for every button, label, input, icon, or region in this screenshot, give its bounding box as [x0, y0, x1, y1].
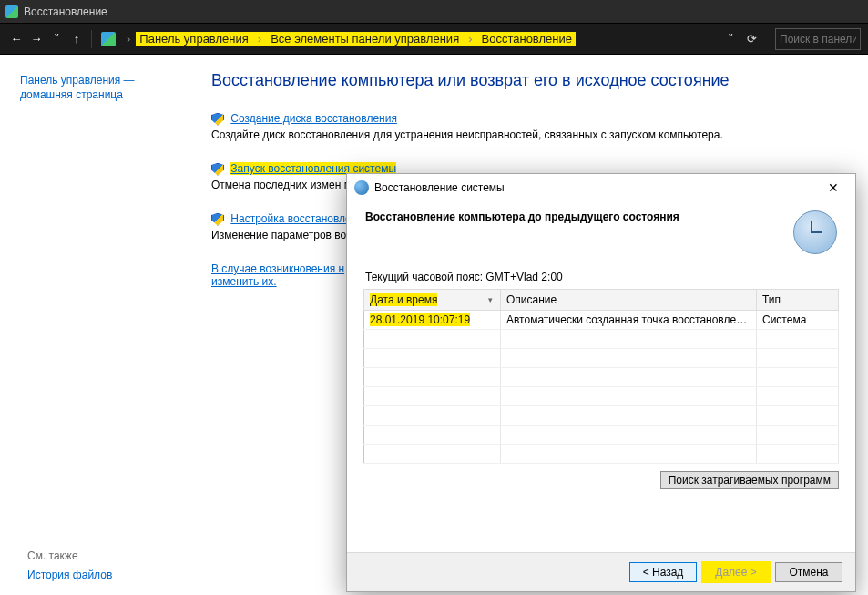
- chevron-right-icon[interactable]: ›: [252, 32, 267, 46]
- recent-locations-button[interactable]: ˅: [47, 30, 66, 48]
- breadcrumb[interactable]: Панель управления: [136, 32, 251, 46]
- restore-point-type: Система: [757, 311, 839, 330]
- dialog-title: Восстановление системы: [374, 181, 505, 194]
- col-type[interactable]: Тип: [757, 290, 839, 311]
- dialog-button-bar: < Назад Далее > Отмена: [347, 552, 855, 591]
- dialog-heading: Восстановление компьютера до предыдущего…: [365, 210, 679, 223]
- close-button[interactable]: ✕: [819, 178, 848, 198]
- option-desc: Создайте диск восстановления для устране…: [211, 128, 776, 142]
- search-input[interactable]: [775, 28, 861, 50]
- table-row: .: [364, 406, 839, 426]
- col-desc[interactable]: Описание: [501, 290, 757, 311]
- back-button[interactable]: ←: [7, 30, 26, 48]
- configure-system-restore-link[interactable]: Настройка восстановле: [230, 212, 351, 225]
- window-title: Восстановление: [24, 5, 107, 18]
- control-panel-icon: [5, 5, 18, 18]
- table-row: .: [364, 330, 839, 349]
- window-titlebar: Восстановление: [0, 0, 868, 23]
- shield-icon: [211, 213, 224, 226]
- scan-affected-programs-button[interactable]: Поиск затрагиваемых программ: [660, 471, 839, 489]
- sidebar: Панель управления — домашняя страница См…: [7, 55, 189, 595]
- timezone-label: Текущий часовой пояс: GMT+Vlad 2:00: [365, 271, 837, 283]
- table-row: .: [364, 445, 839, 464]
- restore-points-table[interactable]: Дата и время ▾ Описание Тип 28.01.2019 1…: [363, 289, 839, 464]
- chevron-right-icon[interactable]: ›: [463, 32, 477, 46]
- table-row[interactable]: 28.01.2019 10:07:19Автоматически созданн…: [364, 311, 839, 330]
- dropdown-icon[interactable]: ˅: [721, 30, 740, 48]
- back-button[interactable]: < Назад: [629, 562, 697, 582]
- breadcrumb[interactable]: Восстановление: [478, 32, 576, 46]
- restore-point-desc: Автоматически созданная точка восстановл…: [501, 311, 757, 330]
- dialog-titlebar[interactable]: Восстановление системы ✕: [347, 174, 855, 201]
- control-panel-home-link[interactable]: Панель управления — домашняя страница: [20, 73, 177, 102]
- sort-desc-icon: ▾: [488, 295, 493, 304]
- file-history-link[interactable]: История файлов: [27, 568, 112, 582]
- page-title: Восстановление компьютера или возврат ег…: [211, 71, 846, 90]
- table-row: .: [364, 368, 839, 387]
- cancel-button[interactable]: Отмена: [775, 562, 842, 582]
- system-restore-icon: [354, 180, 369, 195]
- create-recovery-drive-link[interactable]: Создание диска восстановления: [230, 112, 397, 125]
- refresh-button[interactable]: ⟳: [741, 29, 761, 49]
- explorer-navbar: ← → ˅ ↑ › Панель управления › Все элемен…: [0, 23, 868, 55]
- clock-restore-icon: [793, 210, 837, 254]
- address-icon: [101, 32, 116, 46]
- table-row: .: [364, 387, 839, 406]
- separator: [771, 30, 771, 48]
- chevron-right-icon[interactable]: ›: [121, 32, 136, 46]
- advanced-recovery-link[interactable]: В случае возникновения н изменить их.: [211, 262, 344, 288]
- shield-icon: [211, 163, 224, 176]
- restore-point-date: 28.01.2019 10:07:19: [370, 313, 470, 326]
- table-row: .: [364, 349, 839, 368]
- shield-icon: [211, 113, 224, 126]
- see-also-heading: См. также: [27, 549, 78, 562]
- separator: [91, 30, 92, 48]
- system-restore-dialog: Восстановление системы ✕ Восстановление …: [346, 173, 856, 592]
- forward-button[interactable]: →: [27, 30, 46, 48]
- breadcrumb[interactable]: Все элементы панели управления: [267, 32, 463, 46]
- col-date[interactable]: Дата и время ▾: [364, 290, 501, 311]
- next-button[interactable]: Далее >: [702, 562, 770, 582]
- table-row: .: [364, 426, 839, 445]
- recovery-option: Создание диска восстановления Создайте д…: [211, 112, 776, 142]
- up-button[interactable]: ↑: [67, 30, 86, 48]
